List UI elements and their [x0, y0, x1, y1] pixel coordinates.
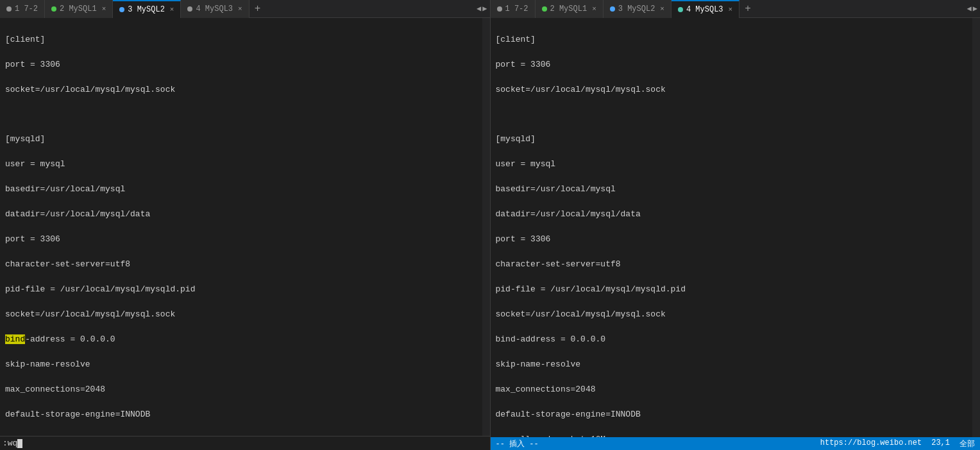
right-nav-next[interactable]: ▶ — [973, 4, 977, 13]
r-line-10: character-set-server=utf8 — [496, 258, 976, 271]
right-editor-content[interactable]: [client] port = 3306 socket=/usr/local/m… — [491, 18, 981, 437]
left-tab-2-label: 2 MySQL1 — [60, 4, 97, 13]
left-tab-2[interactable]: 2 MySQL1 × — [45, 0, 113, 18]
left-tab-nav: ◀ ▶ — [477, 4, 489, 13]
left-nav-next[interactable]: ▶ — [482, 4, 487, 13]
line-6: user = mysql — [5, 158, 485, 171]
left-editor: [client] port = 3306 socket=/usr/local/m… — [0, 18, 490, 436]
left-command-text: :wq — [3, 438, 17, 448]
right-status-bar: -- 插入 -- https://blog.weibo.net 23,1 全部 — [491, 437, 981, 450]
left-cursor — [17, 439, 22, 448]
r-line-1: [client] — [496, 33, 976, 46]
line-11: pid-file = /usr/local/mysql/mysqld.pid — [5, 283, 485, 296]
right-tab-3-close[interactable]: × — [660, 5, 664, 13]
r-line-12: socket=/usr/local/mysql/mysql.sock — [496, 308, 976, 321]
line-2: port = 3306 — [5, 58, 485, 71]
tab-dot-2 — [51, 6, 56, 12]
line-13: bind-address = 0.0.0.0 — [5, 333, 485, 346]
right-pane: 1 7-2 2 MySQL1 × 3 MySQL2 × 4 MySQL3 × +… — [491, 0, 981, 450]
bind-highlight: bind — [5, 334, 25, 344]
right-tab-1-label: 1 7-2 — [505, 4, 528, 13]
left-pane: 1 7-2 2 MySQL1 × 3 MySQL2 × 4 MySQL3 × +… — [0, 0, 491, 450]
line-1: [client] — [5, 33, 485, 46]
r-line-17: max_allowed_packet=16M — [496, 433, 976, 437]
left-tab-4[interactable]: 4 MySQL3 × — [181, 0, 249, 18]
left-tab-4-label: 4 MySQL3 — [196, 4, 233, 13]
left-scrollbar[interactable] — [482, 18, 490, 436]
tab-dot-3 — [119, 7, 124, 12]
status-scroll: 全部 — [959, 438, 975, 449]
r-line-16: default-storage-engine=INNODB — [496, 408, 976, 421]
line-8: datadir=/usr/local/mysql/data — [5, 208, 485, 221]
right-nav-prev[interactable]: ◀ — [967, 4, 972, 13]
r-line-6: user = mysql — [496, 158, 976, 171]
status-url: https://blog.weibo.net — [820, 438, 922, 449]
left-editor-content[interactable]: [client] port = 3306 socket=/usr/local/m… — [0, 18, 490, 436]
r-line-8: datadir=/usr/local/mysql/data — [496, 208, 976, 221]
line-5: [mysqld] — [5, 133, 485, 146]
right-tab-2-label: 2 MySQL1 — [550, 4, 587, 13]
left-tab-2-close[interactable]: × — [102, 5, 106, 13]
line-14: skip-name-resolve — [5, 358, 485, 371]
right-tab-dot-1 — [497, 6, 502, 12]
left-tab-3-close[interactable]: × — [170, 6, 174, 13]
r-line-11: pid-file = /usr/local/mysql/mysqld.pid — [496, 283, 976, 296]
tab-dot-4 — [187, 6, 192, 12]
left-add-tab[interactable]: + — [249, 3, 266, 15]
right-add-tab[interactable]: + — [739, 3, 756, 15]
left-tab-1[interactable]: 1 7-2 — [0, 0, 45, 18]
right-tab-dot-4 — [678, 7, 683, 12]
right-tab-dot-2 — [542, 6, 547, 12]
left-tab-bar: 1 7-2 2 MySQL1 × 3 MySQL2 × 4 MySQL3 × +… — [0, 0, 490, 18]
right-tab-3-label: 3 MySQL2 — [618, 4, 655, 13]
left-nav-prev[interactable]: ◀ — [477, 4, 481, 13]
r-line-5: [mysqld] — [496, 133, 976, 146]
right-tab-dot-3 — [610, 6, 615, 12]
line-17: max_allowed_packet=16M — [5, 433, 485, 436]
right-tab-2[interactable]: 2 MySQL1 × — [536, 0, 604, 18]
right-tab-2-close[interactable]: × — [592, 5, 596, 13]
line-12: socket=/usr/local/mysql/mysql.sock — [5, 308, 485, 321]
left-tab-3[interactable]: 3 MySQL2 × — [113, 0, 181, 18]
line-16: default-storage-engine=INNODB — [5, 408, 485, 421]
r-line-15: max_connections=2048 — [496, 383, 976, 396]
right-tab-4-label: 4 MySQL3 — [686, 5, 723, 14]
status-right: https://blog.weibo.net 23,1 全部 — [820, 438, 975, 449]
r-line-2: port = 3306 — [496, 58, 976, 71]
r-line-7: basedir=/usr/local/mysql — [496, 183, 976, 196]
tab-dot-1 — [6, 6, 12, 12]
line-10: character-set-server=utf8 — [5, 258, 485, 271]
left-tab-4-close[interactable]: × — [238, 5, 242, 13]
r-line-9: port = 3306 — [496, 233, 976, 246]
r-line-14: skip-name-resolve — [496, 358, 976, 371]
status-position: 23,1 — [931, 438, 950, 449]
insert-label: -- 插入 -- — [496, 438, 539, 449]
right-tab-bar: 1 7-2 2 MySQL1 × 3 MySQL2 × 4 MySQL3 × +… — [491, 0, 981, 18]
left-command-line[interactable]: :wq — [0, 436, 490, 450]
line-3: socket=/usr/local/mysql/mysql.sock — [5, 83, 485, 96]
right-editor: [client] port = 3306 socket=/usr/local/m… — [491, 18, 981, 437]
right-tab-4-close[interactable]: × — [729, 6, 733, 13]
line-15: max_connections=2048 — [5, 383, 485, 396]
left-tab-3-label: 3 MySQL2 — [128, 5, 165, 14]
right-scrollbar[interactable] — [972, 18, 980, 437]
r-line-3: socket=/usr/local/mysql/mysql.sock — [496, 83, 976, 96]
r-line-4 — [496, 108, 976, 121]
line-4 — [5, 108, 485, 121]
right-tab-3[interactable]: 3 MySQL2 × — [604, 0, 672, 18]
right-tab-1[interactable]: 1 7-2 — [491, 0, 536, 18]
right-tab-nav: ◀ ▶ — [967, 4, 980, 13]
left-tab-1-label: 1 7-2 — [15, 4, 38, 13]
r-line-13: bind-address = 0.0.0.0 — [496, 333, 976, 346]
right-tab-4[interactable]: 4 MySQL3 × — [672, 0, 739, 18]
line-7: basedir=/usr/local/mysql — [5, 183, 485, 196]
line-9: port = 3306 — [5, 233, 485, 246]
